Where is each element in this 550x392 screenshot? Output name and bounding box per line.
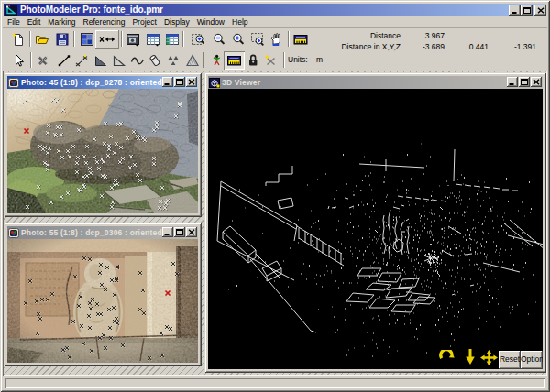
photo-55-title: Photo: 55 (1:8) : dcp_0306 : oriented (21, 226, 162, 239)
distance-z-value: -1.391 (495, 42, 536, 51)
trif-icon (94, 53, 108, 68)
point-table-button[interactable] (144, 30, 162, 49)
table-icon (146, 32, 160, 47)
status-bar (3, 376, 547, 389)
zoom-select-button[interactable] (189, 30, 207, 49)
open-project-button[interactable] (33, 30, 51, 49)
viewer-3d-maximize-button[interactable] (519, 77, 530, 87)
wireframe-point-cloud (208, 89, 543, 369)
mm-icon (226, 53, 243, 68)
reset-button[interactable]: Reset (499, 351, 521, 369)
options-button[interactable]: Options (521, 351, 543, 369)
photomodeler-window: PhotoModeler Pro: fonte_ido.pmr FileEdit… (0, 0, 550, 392)
toolbar-separator (121, 31, 123, 47)
photo-45-image[interactable] (7, 89, 198, 213)
toolbar-separator (29, 31, 31, 47)
toolbar-separator (30, 52, 32, 68)
zoomin-icon (231, 32, 246, 47)
cylinder-tool-button[interactable] (146, 51, 164, 70)
surface-outline-tool-button[interactable] (110, 51, 128, 70)
zoom-out-button[interactable] (210, 30, 228, 49)
save-icon (55, 32, 70, 47)
distance-label: Distance (312, 31, 401, 40)
wireframe-lines (217, 149, 543, 332)
figure-tool-button[interactable] (207, 51, 226, 70)
new-project-button[interactable] (9, 30, 28, 49)
open-icon (35, 32, 50, 47)
status-field (6, 378, 544, 388)
distance-value: 3.967 (403, 31, 445, 40)
camera-viewer-button[interactable] (124, 30, 142, 49)
curve-tool-button[interactable] (128, 51, 147, 70)
viewer-3d-canvas[interactable]: Reset Options (208, 89, 543, 369)
zoomout-icon (212, 32, 226, 47)
photo-55-maximize-button[interactable] (174, 227, 185, 237)
delete-tool-button[interactable] (34, 51, 52, 70)
viewer-3d-title: 3D Viewer (222, 76, 260, 89)
toolbar-separator (283, 52, 285, 68)
point-table-quality-button[interactable] (163, 30, 182, 49)
photo-45-window: Photo: 45 (1:8) : dcp_0278 : oriented (4, 72, 202, 217)
xref-icon (97, 32, 117, 47)
curve-icon (130, 53, 145, 68)
table2-icon (165, 32, 180, 47)
measure-toggle-button[interactable] (224, 51, 245, 70)
toolbar-separator (182, 31, 184, 47)
camview-icon (126, 32, 140, 47)
photo-55-image[interactable] (7, 239, 198, 363)
photo-55-title-bar[interactable]: Photo: 55 (1:8) : dcp_0306 : oriented (7, 226, 198, 239)
distance-x-value: -3.689 (403, 42, 445, 51)
minimize-button[interactable] (509, 5, 521, 16)
viewer-3d-minimize-button[interactable] (507, 77, 518, 87)
toolbar-separator (203, 52, 204, 68)
referencing-mode-button[interactable] (95, 30, 119, 49)
reference-line-tool-button[interactable] (72, 51, 91, 70)
figure-icon (209, 53, 224, 68)
hand-icon (269, 32, 283, 47)
viewer-3d-close-button[interactable] (531, 77, 542, 87)
save-project-button[interactable] (53, 30, 72, 49)
zoomsel-icon (191, 32, 205, 47)
zoomarea-icon (250, 32, 265, 47)
photo-45-maximize-button[interactable] (174, 77, 185, 87)
units-value: m (316, 55, 323, 64)
toolbar-separator (73, 31, 75, 47)
surface-filled-tool-button[interactable] (92, 51, 110, 70)
distance-xyz-label: Distance in X,Y,Z (302, 42, 401, 51)
window-title: PhotoModeler Pro: fonte_ido.pmr (20, 4, 163, 16)
line-icon (57, 53, 72, 68)
photo-55-close-button[interactable] (186, 227, 197, 237)
delx-icon (36, 53, 50, 68)
refline-icon (74, 53, 89, 68)
point-cluster-tool-button[interactable] (164, 51, 182, 70)
close-button[interactable] (534, 5, 546, 16)
zoom-in-button[interactable] (229, 30, 248, 49)
grid-icon (80, 32, 94, 47)
zoom-area-button[interactable] (248, 30, 267, 49)
viewer-3d-icon (209, 78, 220, 88)
photo-45-title: Photo: 45 (1:8) : dcp_0278 : oriented (21, 76, 162, 89)
pan-down-tool-icon[interactable] (465, 348, 476, 365)
photo-45-minimize-button[interactable] (162, 77, 173, 87)
select-tool-button[interactable] (9, 51, 28, 70)
spark-tool-button[interactable] (261, 51, 280, 70)
photo-55-minimize-button[interactable] (162, 227, 173, 237)
title-bar[interactable]: PhotoModeler Pro: fonte_ido.pmr (4, 4, 546, 16)
project-photos-button[interactable] (78, 30, 96, 49)
mark-line-tool-button[interactable] (55, 51, 73, 70)
maximize-button[interactable] (521, 5, 533, 16)
move-tool-icon[interactable] (480, 350, 498, 365)
lock-tool-button[interactable] (244, 51, 262, 70)
cluster-icon (166, 53, 181, 68)
trio-icon (112, 53, 126, 68)
units-label: Units: (288, 55, 308, 64)
photo-55-photograph (7, 239, 198, 363)
rotate-tool-icon[interactable] (439, 350, 455, 366)
distance-y-value: 0.441 (449, 42, 489, 51)
photo-45-close-button[interactable] (186, 77, 197, 87)
pan-hand-button[interactable] (267, 30, 285, 49)
new-icon (11, 32, 26, 47)
viewer-3d-title-bar[interactable]: 3D Viewer (208, 76, 543, 89)
surface-hatch-tool-button[interactable] (183, 51, 202, 70)
photo-45-title-bar[interactable]: Photo: 45 (1:8) : dcp_0278 : oriented (7, 76, 198, 89)
